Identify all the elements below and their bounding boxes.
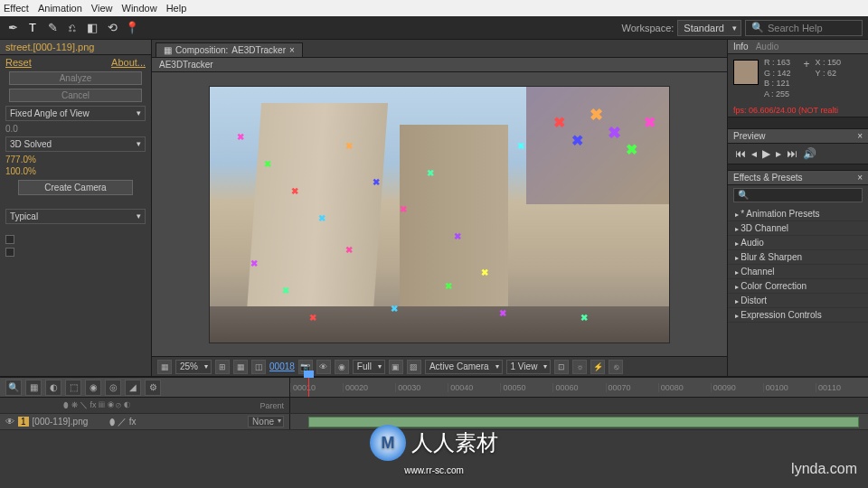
checkbox-1[interactable] — [5, 235, 14, 244]
region-icon[interactable]: ▣ — [389, 360, 403, 374]
layer-tab[interactable]: AE3DTracker — [152, 58, 727, 72]
time-ruler[interactable]: 00010 00020 00030 00040 00050 00060 0007… — [289, 378, 868, 397]
puppet-tool-icon[interactable]: 📍 — [125, 21, 139, 35]
track-point[interactable]: ✖ — [553, 114, 564, 125]
last-frame-icon[interactable]: ⏭ — [787, 147, 797, 160]
audio-tab[interactable]: Audio — [756, 42, 779, 52]
tl-brainstorm-icon[interactable]: ◎ — [105, 380, 121, 396]
tl-shy-icon[interactable]: ◐ — [45, 380, 61, 396]
resolution-dropdown[interactable]: Full — [353, 360, 385, 374]
track-point[interactable]: ✖ — [517, 141, 528, 152]
menu-window[interactable]: Window — [122, 3, 157, 14]
fx-category[interactable]: * Animation Presets — [728, 207, 868, 221]
layer-name[interactable]: [000-119].png — [33, 417, 89, 427]
camera-dropdown[interactable]: Active Camera — [425, 360, 503, 374]
viewer-quality-icon[interactable]: ▦ — [157, 360, 172, 374]
timeline-icon[interactable]: ⎋ — [609, 360, 623, 374]
track-point[interactable]: ✖ — [644, 114, 655, 125]
play-icon[interactable]: ▶ — [762, 147, 770, 160]
show-snapshot-icon[interactable]: 👁 — [316, 360, 331, 374]
search-help-input[interactable]: 🔍 Search Help — [745, 20, 863, 36]
create-camera-button[interactable]: Create Camera — [18, 180, 133, 195]
fx-category[interactable]: Audio — [728, 236, 868, 250]
transparency-icon[interactable]: ▨ — [407, 360, 421, 374]
project-item-label[interactable]: street.[000-119].png — [0, 40, 151, 55]
track-point[interactable]: ✖ — [291, 186, 302, 197]
track-point[interactable]: ✖ — [580, 313, 591, 324]
menu-help[interactable]: Help — [166, 3, 187, 14]
menu-effect[interactable]: Effect — [4, 3, 29, 14]
fx-category[interactable]: Channel — [728, 265, 868, 279]
track-point[interactable]: ✖ — [345, 141, 356, 152]
tl-options-icon[interactable]: ⚙ — [145, 380, 161, 396]
effects-search-input[interactable]: 🔍 — [733, 188, 863, 202]
track-point[interactable]: ✖ — [250, 258, 261, 269]
track-point[interactable]: ✖ — [282, 286, 293, 296]
tl-search-icon[interactable]: 🔍 — [5, 380, 22, 396]
track-point[interactable]: ✖ — [400, 204, 410, 215]
fx-category[interactable]: Expression Controls — [728, 308, 868, 323]
viewer-grid-icon[interactable]: ▦ — [233, 360, 248, 374]
exposure-icon[interactable]: ☼ — [572, 360, 587, 374]
track-point[interactable]: ✖ — [481, 267, 492, 278]
tl-motion-blur-icon[interactable]: ◉ — [85, 380, 101, 396]
fx-category[interactable]: Blur & Sharpen — [728, 250, 868, 265]
track-point[interactable]: ✖ — [590, 105, 600, 116]
fx-category[interactable]: Distort — [728, 294, 868, 308]
method-dropdown[interactable]: Typical — [5, 209, 146, 224]
viewer-res-icon[interactable]: ⊞ — [215, 360, 230, 374]
menu-view[interactable]: View — [91, 3, 113, 14]
next-frame-icon[interactable]: ▸ — [776, 147, 781, 160]
parent-dropdown[interactable]: None▾ — [248, 416, 284, 427]
track-point[interactable]: ✖ — [373, 177, 383, 188]
preview-tab[interactable]: Preview — [733, 131, 766, 141]
menu-animation[interactable]: Animation — [38, 3, 82, 14]
reset-link[interactable]: Reset — [5, 57, 32, 68]
analyze-button[interactable]: Analyze — [9, 71, 142, 85]
footage-preview[interactable]: ✖ ✖ ✖ ✖ ✖ ✖ ✖ ✖ ✖ ✖ ✖ ✖ ✖ ✖ ✖ ✖ ✖ ✖ ✖ ✖ — [209, 86, 670, 343]
info-tab[interactable]: Info — [733, 42, 749, 52]
track-point[interactable]: ✖ — [391, 304, 401, 314]
viewer-mask-icon[interactable]: ◫ — [251, 360, 266, 374]
close-icon[interactable]: × — [857, 173, 863, 183]
channel-icon[interactable]: ◉ — [335, 360, 349, 374]
brush-tool-icon[interactable]: ✎ — [45, 21, 60, 35]
checkbox-2[interactable] — [5, 248, 14, 257]
track-point[interactable]: ✖ — [318, 213, 329, 224]
stamp-tool-icon[interactable]: ⎌ — [65, 21, 80, 35]
layer-visibility-icon[interactable]: 👁 — [5, 417, 14, 427]
track-point[interactable]: ✖ — [309, 313, 320, 324]
eraser-tool-icon[interactable]: ◧ — [85, 21, 99, 35]
close-icon[interactable]: × — [857, 131, 863, 141]
first-frame-icon[interactable]: ⏮ — [735, 147, 746, 160]
track-point[interactable]: ✖ — [454, 231, 465, 242]
solve-status-dropdown[interactable]: 3D Solved — [5, 136, 146, 152]
track-point[interactable]: ✖ — [427, 168, 438, 179]
track-point[interactable]: ✖ — [445, 281, 456, 292]
tl-frame-blend-icon[interactable]: ⬚ — [65, 380, 81, 396]
mute-icon[interactable]: 🔊 — [803, 147, 816, 160]
fast-preview-icon[interactable]: ⚡ — [590, 360, 605, 374]
track-point[interactable]: ✖ — [499, 308, 510, 319]
tl-graph-icon[interactable]: ◢ — [125, 380, 141, 396]
workspace-dropdown[interactable]: Standard — [677, 20, 741, 36]
track-point[interactable]: ✖ — [608, 123, 618, 134]
zoom-dropdown[interactable]: 25% — [175, 360, 212, 374]
tl-comp-icon[interactable]: ▦ — [25, 380, 42, 396]
viewer-opt-icon[interactable]: ⊡ — [554, 360, 569, 374]
playhead[interactable] — [308, 378, 309, 397]
angle-mode-dropdown[interactable]: Fixed Angle of View — [5, 106, 146, 121]
current-frame[interactable]: 00018 — [269, 361, 295, 371]
composition-tab[interactable]: ▦ Composition: AE3DTracker × — [156, 42, 303, 57]
text-tool-icon[interactable]: T — [25, 21, 40, 35]
prev-frame-icon[interactable]: ◂ — [751, 147, 757, 160]
pen-tool-icon[interactable]: ✒ — [5, 21, 20, 35]
about-link[interactable]: About... — [111, 57, 146, 68]
track-point[interactable]: ✖ — [237, 132, 248, 143]
views-dropdown[interactable]: 1 View — [506, 360, 552, 374]
fx-category[interactable]: 3D Channel — [728, 221, 868, 236]
track-point[interactable]: ✖ — [264, 159, 275, 170]
track-point[interactable]: ✖ — [571, 132, 582, 143]
track-point[interactable]: ✖ — [626, 141, 637, 152]
cancel-button[interactable]: Cancel — [9, 89, 142, 102]
